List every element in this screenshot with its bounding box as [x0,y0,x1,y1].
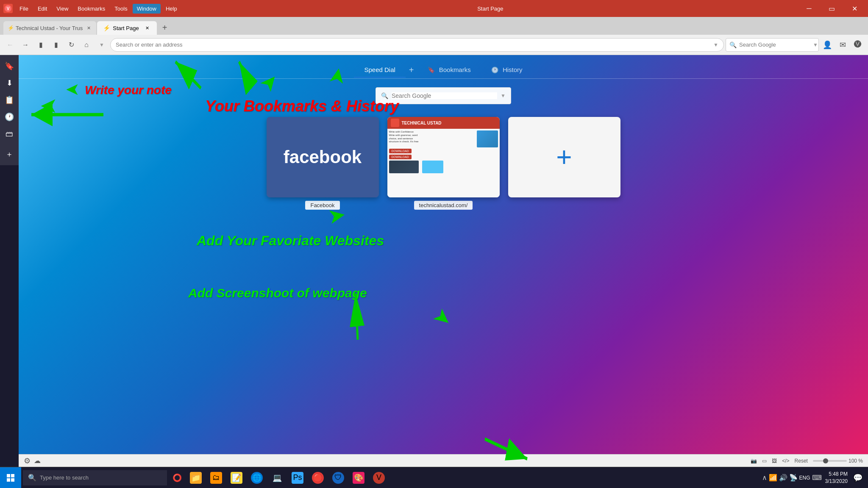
taskbar-search-bar[interactable]: 🔍 Type here to search [23,470,167,485]
taskbar-app-pc[interactable]: 💻 [267,467,287,488]
address-bar[interactable]: ▼ [110,38,724,52]
cortana-button[interactable]: ⭕ [169,467,186,488]
lang-label: ENG [799,475,810,481]
taskbar-app-files[interactable]: 📁 [186,467,206,488]
tab-previous[interactable]: ⚡ Technical Ustad - Your Trus ✕ [3,21,96,35]
tech-logo [391,119,399,127]
close-button[interactable]: ✕ [845,3,865,14]
arrow-screenshot: ➤ [428,302,457,332]
sidebar-panels[interactable]: 🗃 [2,126,17,141]
clock[interactable]: 5:48 PM 3/13/2020 [825,471,848,485]
network-icon[interactable]: 📶 [769,474,777,482]
taskbar-apps: 📁 🗂 📝 🌐 💻 Ps 🔴 🛡 🎨 V [186,467,389,488]
history-tab-icon: 🕐 [491,67,498,73]
taskbar-app-folder[interactable]: 🗂 [206,467,226,488]
main-search-dropdown[interactable]: ▼ [501,93,506,99]
cloud-icon[interactable]: ☁ [34,457,41,465]
tab-history[interactable]: 🕐 History [481,63,533,78]
files-icon: 📁 [190,472,202,484]
back-button[interactable]: ← [3,38,17,52]
main-search-input[interactable] [392,92,497,99]
add-thumb: + [508,117,620,197]
svg-line-6 [356,294,358,340]
window-icon[interactable]: ▭ [762,458,767,464]
sidebar-notes[interactable]: 📋 [2,92,17,108]
volume-icon[interactable]: 🔊 [779,474,787,482]
new-tab-button[interactable]: + [159,21,171,34]
speed-dial-facebook[interactable]: facebook Facebook [267,117,379,210]
title-bar-left: V File Edit View Bookmarks Tools Window … [3,4,181,14]
speed-dial-technicalustad[interactable]: TECHNICAL USTAD Write with ConfidenceWri… [387,117,500,210]
taskbar-app-paint[interactable]: 🎨 [348,467,369,488]
prev-tab-close[interactable]: ✕ [85,25,92,31]
time-display: 5:48 PM [825,471,848,478]
zoom-control: 100 % [813,458,863,464]
forward-button[interactable]: → [19,38,32,52]
home-start-button[interactable]: ▮ [34,38,47,52]
image-icon[interactable]: 🖼 [772,458,777,464]
menu-tools[interactable]: Tools [110,4,131,14]
address-dropdown-icon[interactable]: ▼ [713,42,718,48]
speed-dial-add-tab[interactable]: + [406,62,417,78]
taskbar-app-red[interactable]: 🔴 [308,467,328,488]
annotation-write-note: ➤ Write your note [65,80,172,100]
taskbar-search-text: Type here to search [40,474,89,481]
profile-icon[interactable]: 👤 [821,38,834,52]
search-input[interactable] [739,42,810,48]
sidebar-history[interactable]: 🕐 [2,109,17,125]
taskbar-app-sticky[interactable]: 📝 [226,467,247,488]
mail-icon[interactable]: ✉ [836,38,849,52]
bottom-right-controls: 📷 ▭ 🖼 </> Reset 100 % [751,458,863,464]
title-bar: V File Edit View Bookmarks Tools Window … [0,0,868,17]
tech-body: Write with ConfidenceWrite with grammar,… [387,129,500,197]
tab-bookmarks[interactable]: 🔖 Bookmarks [417,63,481,78]
facebook-thumbnail: facebook [267,117,379,197]
taskbar-app-vivaldi[interactable]: V [369,467,389,488]
taskbar-app-shield[interactable]: 🛡 [328,467,348,488]
taskbar-app-ps[interactable]: Ps [287,467,308,488]
taskbar: 🔍 Type here to search ⭕ 📁 🗂 📝 🌐 💻 Ps 🔴 🛡 [0,467,868,488]
reload-button[interactable]: ↻ [64,38,78,52]
menu-edit[interactable]: Edit [33,4,51,14]
tab-speed-dial[interactable]: Speed Dial [354,63,405,78]
keyboard-icon[interactable]: ⌨ [812,474,822,482]
tech-desc: Write with ConfidenceWrite with grammar,… [389,130,475,144]
wifi-icon[interactable]: 📡 [789,474,798,482]
tech-thumb: TECHNICAL USTAD Write with ConfidenceWri… [387,117,500,197]
minimize-button[interactable]: ─ [799,3,819,14]
home-end-button[interactable]: ▮ [49,38,63,52]
annotation-add-screenshot: Add Screenshoot of webpage [188,286,367,300]
screenshot-icon[interactable]: 📷 [751,458,757,464]
main-content: Speed Dial + 🔖 Bookmarks 🕐 History 🔍 ▼ f… [19,55,868,467]
sidebar-bookmarks[interactable]: 🔖 [2,58,17,74]
tab-close[interactable]: ✕ [144,25,151,31]
menu-window[interactable]: Window [133,4,161,14]
menu-file[interactable]: File [15,4,33,14]
search-dropdown-icon[interactable]: ▼ [813,42,818,48]
home-button[interactable]: ⌂ [80,38,93,52]
svg-text:V: V [7,6,10,11]
main-search-icon: 🔍 [381,92,388,99]
code-icon[interactable]: </> [782,458,789,464]
menu-view[interactable]: View [52,4,72,14]
menu-help[interactable]: Help [161,4,181,14]
sidebar-downloads[interactable]: ⬇ [2,75,17,91]
notification-icon[interactable]: 💬 [851,467,865,488]
reset-label[interactable]: Reset [795,458,808,464]
tech-thumbnail: TECHNICAL USTAD Write with ConfidenceWri… [387,117,500,197]
taskbar-app-edge[interactable]: 🌐 [247,467,267,488]
address-input[interactable] [116,42,711,48]
menu-bookmarks[interactable]: Bookmarks [73,4,109,14]
tab-start-page[interactable]: ⚡ Start Page ✕ [97,21,156,35]
speed-dial-add[interactable]: + [508,117,620,210]
chevron-up-icon[interactable]: ∧ [762,474,767,482]
zoom-slider[interactable] [813,460,847,462]
settings-icon[interactable]: ⚙ [24,456,31,466]
sticky-icon: 📝 [231,472,242,484]
sidebar-add-panel[interactable]: ＋ [2,147,17,162]
speed-dial-tab-bar: Speed Dial + 🔖 Bookmarks 🕐 History [19,55,868,79]
add-thumbnail: + [508,117,620,197]
vivaldi-menu-icon[interactable]: 🅥 [851,38,865,52]
start-button[interactable] [0,467,21,488]
maximize-button[interactable]: ▭ [822,3,842,14]
